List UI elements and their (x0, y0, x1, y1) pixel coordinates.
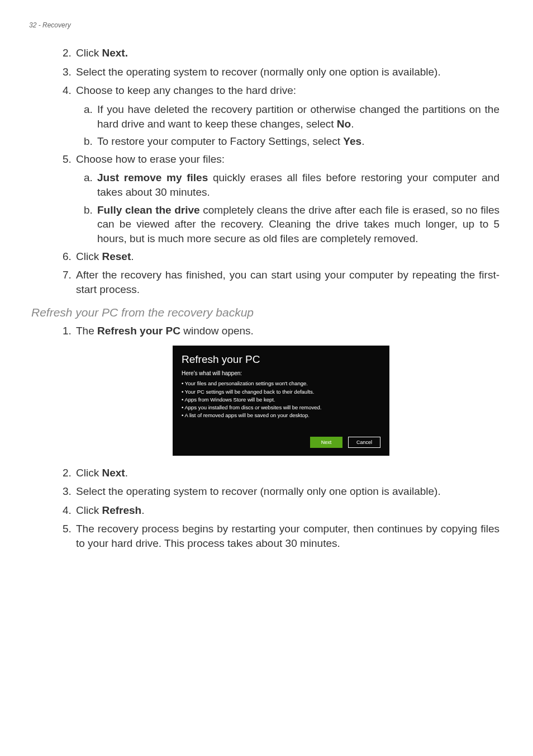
step-5b: b. Fully clean the drive completely clea… (84, 203, 499, 246)
step-text: Select the operating system to recover (… (76, 65, 499, 79)
sub-text: Fully clean the drive completely cleans … (97, 203, 499, 246)
step-text: Click Refresh. (76, 503, 499, 518)
page-content: 2. Click Next. 3. Select the operating s… (0, 29, 533, 578)
step-number: 3. (63, 484, 76, 499)
step-4a: a. If you have deleted the recovery part… (84, 102, 499, 131)
step-number: 2. (63, 466, 76, 480)
dialog-list-item: • Apps you installed from discs or websi… (182, 404, 380, 412)
step-4b: b. To restore your computer to Factory S… (84, 134, 499, 149)
step-text: Choose to keep any changes to the hard d… (76, 83, 499, 98)
step-b3: 3. Select the operating system to recove… (63, 484, 499, 499)
step-5a: a. Just remove my files quickly erases a… (84, 171, 499, 199)
step-4: 4. Choose to keep any changes to the har… (63, 83, 499, 98)
step-b1: 1. The Refresh your PC window opens. (63, 324, 499, 338)
step-text: The recovery process begins by restartin… (76, 522, 499, 550)
step-4-sublist: a. If you have deleted the recovery part… (84, 102, 499, 149)
sub-letter: b. (84, 203, 97, 246)
step-2: 2. Click Next. (63, 46, 499, 60)
step-number: 3. (63, 65, 76, 79)
step-number: 7. (63, 268, 76, 296)
dialog-buttons: Next Cancel (182, 437, 380, 448)
step-number: 5. (63, 522, 76, 550)
step-number: 5. (63, 152, 76, 167)
section-title: Refresh your PC from the recovery backup (31, 306, 499, 319)
next-button[interactable]: Next (310, 437, 342, 448)
step-text: Click Reset. (76, 249, 499, 264)
sub-text: To restore your computer to Factory Sett… (97, 134, 499, 149)
step-text: Choose how to erase your files: (76, 152, 499, 167)
sub-letter: b. (84, 134, 97, 149)
sub-text: If you have deleted the recovery partiti… (97, 102, 499, 131)
step-6: 6. Click Reset. (63, 249, 499, 264)
dialog-list-item: • A list of removed apps will be saved o… (182, 412, 380, 419)
step-b5: 5. The recovery process begins by restar… (63, 522, 499, 550)
step-b2: 2. Click Next. (63, 466, 499, 480)
step-5-sublist: a. Just remove my files quickly erases a… (84, 171, 499, 245)
screenshot-figure: Refresh your PC Here's what will happen:… (63, 346, 499, 455)
step-7: 7. After the recovery has finished, you … (63, 268, 499, 296)
step-text: Click Next. (76, 46, 499, 60)
sub-letter: a. (84, 102, 97, 131)
dialog-list-item: • Your files and personalization setting… (182, 380, 380, 388)
dialog-list-item: • Apps from Windows Store will be kept. (182, 396, 380, 404)
sub-text: Just remove my files quickly erases all … (97, 171, 499, 199)
step-number: 6. (63, 249, 76, 264)
dialog-subtitle: Here's what will happen: (182, 370, 380, 376)
dialog-title: Refresh your PC (182, 353, 380, 366)
cancel-button[interactable]: Cancel (348, 437, 380, 448)
step-3: 3. Select the operating system to recove… (63, 65, 499, 79)
sub-letter: a. (84, 171, 97, 199)
dialog-list: • Your files and personalization setting… (182, 380, 380, 419)
step-b4: 4. Click Refresh. (63, 503, 499, 518)
step-text: Click Next. (76, 466, 499, 480)
step-number: 2. (63, 46, 76, 60)
step-text: After the recovery has finished, you can… (76, 268, 499, 296)
step-number: 1. (63, 324, 76, 338)
refresh-pc-dialog: Refresh your PC Here's what will happen:… (173, 346, 389, 455)
page-header: 32 - Recovery (0, 0, 533, 29)
step-5: 5. Choose how to erase your files: (63, 152, 499, 167)
step-text: Select the operating system to recover (… (76, 484, 499, 499)
step-number: 4. (63, 503, 76, 518)
step-number: 4. (63, 83, 76, 98)
step-text: The Refresh your PC window opens. (76, 324, 499, 338)
dialog-list-item: • Your PC settings will be changed back … (182, 388, 380, 396)
